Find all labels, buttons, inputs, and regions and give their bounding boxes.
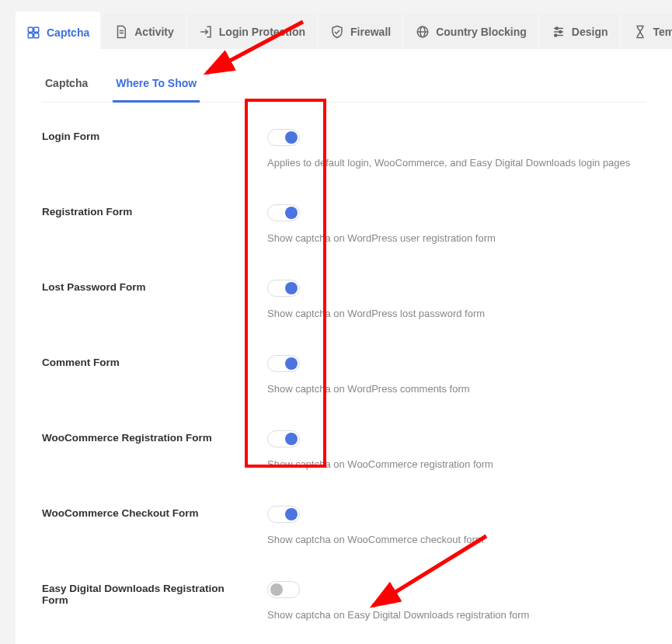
setting-label: Comment Form xyxy=(42,355,252,368)
setting-row: Lost Password FormShow captcha on WordPr… xyxy=(42,280,646,319)
settings-list: Login FormApplies to default login, WooC… xyxy=(42,129,646,644)
tab-label: Login Protection xyxy=(219,26,305,38)
page-root: CaptchaActivityLogin ProtectionFirewallC… xyxy=(0,0,672,644)
svg-point-10 xyxy=(555,27,558,30)
tab-activity[interactable]: Activity xyxy=(103,14,185,49)
setting-label: Login Form xyxy=(42,129,252,142)
svg-rect-1 xyxy=(34,27,39,32)
setting-label: WooCommerce Registration Form xyxy=(42,430,252,444)
document-icon xyxy=(114,25,128,39)
setting-label: Registration Form xyxy=(42,204,252,218)
setting-row: WooCommerce Checkout FormShow captcha on… xyxy=(42,506,646,545)
setting-control: Show captcha on Easy Digital Downloads r… xyxy=(267,581,646,621)
content-panel: CaptchaWhere To Show Login FormApplies t… xyxy=(16,49,672,644)
sub-tab-where-to-show[interactable]: Where To Show xyxy=(113,71,200,103)
svg-rect-2 xyxy=(28,33,33,38)
setting-row: Login FormApplies to default login, WooC… xyxy=(42,129,646,169)
svg-rect-0 xyxy=(28,27,33,32)
setting-row: Comment FormShow captcha on WordPress co… xyxy=(42,355,646,395)
toggle[interactable] xyxy=(267,506,300,523)
toggle[interactable] xyxy=(267,581,300,598)
tab-label: Country Blocking xyxy=(436,26,527,38)
tab-firewall[interactable]: Firewall xyxy=(319,14,402,49)
sub-tabs: CaptchaWhere To Show xyxy=(42,71,646,103)
setting-row: Registration FormShow captcha on WordPre… xyxy=(42,204,646,244)
toggle-knob xyxy=(285,508,298,520)
tab-design[interactable]: Design xyxy=(541,14,619,49)
timer-icon xyxy=(633,25,647,39)
setting-description: Show captcha on Easy Digital Downloads r… xyxy=(267,609,646,621)
setting-label: WooCommerce Checkout Form xyxy=(42,506,252,519)
setting-label: Lost Password Form xyxy=(42,280,252,293)
tab-country-blocking[interactable]: Country Blocking xyxy=(405,14,538,49)
svg-rect-3 xyxy=(34,33,39,38)
setting-label: Easy Digital Downloads Registration Form xyxy=(42,581,252,606)
tab-label: Design xyxy=(572,26,608,38)
setting-row: Easy Digital Downloads Registration Form… xyxy=(42,581,646,621)
setting-row: WooCommerce Registration FormShow captch… xyxy=(42,430,646,470)
setting-description: Show captcha on WooCommerce checkout for… xyxy=(267,534,646,545)
captcha-icon xyxy=(26,26,40,40)
sub-tab-captcha[interactable]: Captcha xyxy=(42,71,91,102)
svg-point-12 xyxy=(559,30,562,33)
toggle-knob xyxy=(270,583,283,596)
sliders-icon xyxy=(552,25,566,39)
tab-login-protection[interactable]: Login Protection xyxy=(188,14,316,49)
setting-control: Show captcha on WooCommerce checkout for… xyxy=(267,506,646,545)
tab-tem[interactable]: Tem xyxy=(622,14,672,49)
svg-point-14 xyxy=(555,34,557,37)
globe-icon xyxy=(416,25,430,39)
tab-label: Firewall xyxy=(350,26,391,38)
shield-icon xyxy=(330,25,344,39)
tab-label: Activity xyxy=(134,26,174,38)
annotation-red-box xyxy=(245,99,326,468)
main-tabs: CaptchaActivityLogin ProtectionFirewallC… xyxy=(16,14,672,49)
tab-label: Captcha xyxy=(47,26,89,39)
tab-captcha[interactable]: Captcha xyxy=(16,12,100,49)
tab-label: Tem xyxy=(653,26,672,38)
login-icon xyxy=(199,25,213,39)
